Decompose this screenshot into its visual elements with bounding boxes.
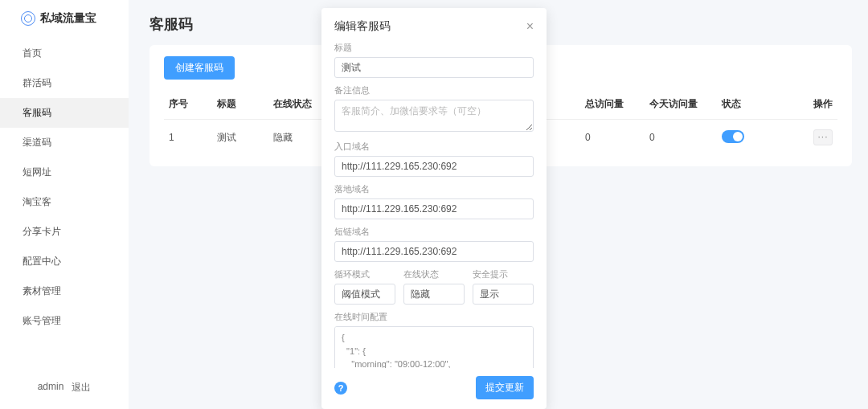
- sidebar-item-taobao[interactable]: 淘宝客: [0, 187, 129, 217]
- th-title: 标题: [212, 91, 268, 120]
- sidebar-nav: 首页 群活码 客服码 渠道码 短网址 淘宝客 分享卡片 配置中心 素材管理 账号…: [0, 39, 129, 336]
- sidebar-item-home[interactable]: 首页: [0, 39, 129, 68]
- th-total: 总访问量: [580, 91, 645, 120]
- modal-title: 编辑客服码: [334, 19, 391, 34]
- landing-domain-input[interactable]: [334, 198, 534, 219]
- th-action: 操作: [781, 91, 837, 120]
- label-landing-domain: 落地域名: [334, 183, 534, 195]
- cell-today: 0: [645, 120, 717, 156]
- logout-link[interactable]: 退出: [72, 381, 91, 395]
- modal-footer: ? 提交更新: [321, 368, 547, 409]
- current-user[interactable]: admin: [38, 381, 64, 395]
- label-loop-mode: 循环模式: [334, 268, 395, 280]
- sidebar-item-share-card[interactable]: 分享卡片: [0, 217, 129, 247]
- sidebar-item-short-url[interactable]: 短网址: [0, 157, 129, 187]
- remark-textarea[interactable]: [334, 100, 534, 132]
- submit-button[interactable]: 提交更新: [476, 376, 534, 399]
- more-icon[interactable]: ···: [813, 129, 833, 145]
- label-online-status: 在线状态: [403, 268, 465, 280]
- modal-body: 标题 备注信息 入口域名 落地域名 短链域名 循环模式 在线状态: [321, 42, 547, 368]
- online-status-select[interactable]: [403, 284, 465, 305]
- edit-modal: 编辑客服码 × 标题 备注信息 入口域名 落地域名 短链域名 循环模式: [321, 8, 547, 409]
- sidebar-item-accounts[interactable]: 账号管理: [0, 306, 129, 336]
- sidebar-item-service-code[interactable]: 客服码: [0, 98, 129, 128]
- label-schedule: 在线时间配置: [334, 311, 534, 323]
- th-status: 状态: [717, 91, 781, 120]
- th-today: 今天访问量: [645, 91, 717, 120]
- cell-status: [717, 120, 781, 156]
- sidebar-item-materials[interactable]: 素材管理: [0, 276, 129, 306]
- close-icon[interactable]: ×: [526, 20, 534, 33]
- brand-text: 私域流量宝: [40, 11, 96, 26]
- label-title: 标题: [334, 42, 534, 54]
- cell-total: 0: [580, 120, 645, 156]
- safe-tip-select[interactable]: [473, 284, 534, 305]
- sidebar: 私域流量宝 首页 群活码 客服码 渠道码 短网址 淘宝客 分享卡片 配置中心 素…: [0, 0, 129, 409]
- brand: 私域流量宝: [0, 0, 129, 34]
- sidebar-item-channel-code[interactable]: 渠道码: [0, 128, 129, 157]
- label-entry-domain: 入口域名: [334, 141, 534, 153]
- title-input[interactable]: [334, 57, 534, 78]
- th-idx: 序号: [164, 91, 212, 120]
- status-switch[interactable]: [722, 130, 744, 143]
- sidebar-item-group-code[interactable]: 群活码: [0, 68, 129, 98]
- sidebar-footer: admin 退出: [0, 370, 129, 409]
- schedule-textarea[interactable]: [334, 326, 534, 368]
- loop-mode-select[interactable]: [334, 284, 395, 305]
- create-button[interactable]: 创建客服码: [164, 56, 235, 80]
- cell-title: 测试: [212, 120, 268, 156]
- label-safe-tip: 安全提示: [473, 268, 534, 280]
- phone-ring-icon: [21, 11, 35, 26]
- sidebar-item-config[interactable]: 配置中心: [0, 247, 129, 276]
- help-icon[interactable]: ?: [334, 382, 347, 395]
- label-remark: 备注信息: [334, 84, 534, 96]
- cell-action: ···: [781, 120, 837, 156]
- cell-idx: 1: [164, 120, 212, 156]
- label-short-domain: 短链域名: [334, 226, 534, 238]
- modal-header: 编辑客服码 ×: [321, 8, 547, 42]
- short-domain-input[interactable]: [334, 241, 534, 262]
- entry-domain-input[interactable]: [334, 156, 534, 177]
